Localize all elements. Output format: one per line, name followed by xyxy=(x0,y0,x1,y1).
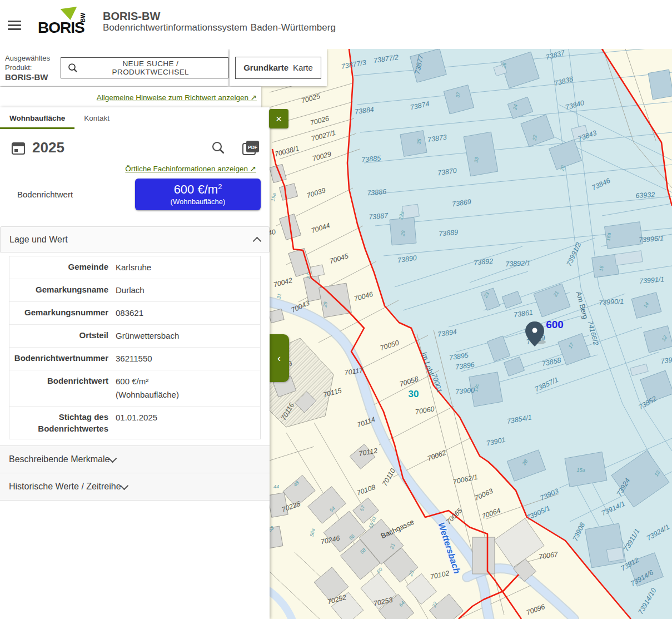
svg-text:PDF: PDF xyxy=(248,144,257,150)
map-label: 600 xyxy=(546,319,564,330)
map-label: 30 xyxy=(409,389,419,399)
page-subtitle-region: Baden-Württemberg xyxy=(251,22,336,33)
row-value: 600 €/m²(Wohnbaufläche) xyxy=(116,375,179,402)
app-header: BORIS BW BORIS-BW Bodenrichtwertinformat… xyxy=(0,0,672,49)
table-row: GemarkungsnameDurlach xyxy=(9,279,260,302)
row-label: Bodenrichtwertnummer xyxy=(9,352,116,365)
map-label: 73990/1 xyxy=(599,298,624,306)
map-label: 15a xyxy=(576,467,585,473)
year-row: 2025 PDF xyxy=(11,139,260,156)
section-beschreibende-merkmale[interactable]: Beschreibende Merkmale xyxy=(0,445,270,473)
row-label: Gemarkungsname xyxy=(9,284,116,297)
magnifier-icon xyxy=(211,141,225,155)
section-title: Beschreibende Merkmale xyxy=(9,454,109,464)
map-label: 44 xyxy=(273,484,279,489)
map-label: 63932 xyxy=(635,191,655,200)
row-value: Durlach xyxy=(116,284,145,297)
row-value: 01.01.2025 xyxy=(116,411,157,434)
table-row: Gemarkungsnummer083621 xyxy=(9,302,260,325)
section-title: Lage und Wert xyxy=(9,235,254,245)
brw-label: Bodenrichtwert xyxy=(17,190,135,199)
logo-word: BORIS xyxy=(38,19,84,37)
general-hints-link[interactable]: Allgemeine Hinweise zum Richtwert anzeig… xyxy=(97,93,257,102)
selected-product-label: Ausgewähltes Produkt: BORIS-BW xyxy=(5,53,56,82)
info-panel: WohnbauflächeKontakt 2025 PDF Örtliche F… xyxy=(0,107,270,619)
tab-kontakt[interactable]: Kontakt xyxy=(74,107,119,129)
tab-wohnbaufläche[interactable]: Wohnbaufläche xyxy=(0,107,74,129)
collapse-panel-handle[interactable]: ‹ xyxy=(269,334,289,382)
map-label: 22 xyxy=(531,135,538,142)
section-title: Historische Werte / Zeitreihe xyxy=(9,482,121,492)
map-label: 26 xyxy=(501,62,507,70)
basemap-card: Grundkarte Karte xyxy=(230,49,327,86)
brw-value-button[interactable]: 600 €/m2 (Wohnbaufläche) xyxy=(135,179,261,210)
map-label: 16 xyxy=(599,265,605,271)
menu-icon[interactable] xyxy=(8,18,21,31)
panel-tabs: WohnbauflächeKontakt xyxy=(0,107,270,129)
calendar-icon xyxy=(11,141,26,155)
map-container[interactable]: 700257002670027/17002970038/170039700407… xyxy=(261,49,672,619)
chevron-up-icon xyxy=(253,237,262,246)
pdf-export-button[interactable]: PDF xyxy=(242,140,260,156)
local-info-link[interactable]: Örtliche Fachinformationen anzeigen ↗ xyxy=(125,164,256,173)
map-label: 16a xyxy=(605,232,611,241)
map-label: 7398 xyxy=(660,355,672,365)
row-label: Ortsteil xyxy=(9,329,116,343)
brw-row: Bodenrichtwert 600 €/m2 (Wohnbaufläche) xyxy=(17,179,261,210)
table-row: Bodenrichtwertnummer36211550 xyxy=(9,348,260,370)
page-subtitle: BodenrichtwertinformationssystemBaden-Wü… xyxy=(103,22,336,33)
pdf-icon: PDF xyxy=(242,140,260,156)
row-value: 36211550 xyxy=(116,352,152,365)
section-lage-und-wert[interactable]: Lage und Wert xyxy=(0,226,270,252)
map[interactable]: 700257002670027/17002970038/170039700407… xyxy=(261,49,672,619)
brw-details-table: GemeindeKarlsruheGemarkungsnameDurlachGe… xyxy=(9,256,261,439)
boris-logo: BORIS BW xyxy=(38,7,88,42)
map-label: 29 xyxy=(400,230,406,237)
row-value: Karlsruhe xyxy=(116,261,151,274)
map-label: 20 xyxy=(559,165,566,172)
basemap-switcher[interactable]: Grundkarte Karte xyxy=(235,57,321,79)
row-label: Gemeinde xyxy=(9,261,116,274)
table-row: OrtsteilGrünwettersbach xyxy=(9,325,260,348)
chevron-down-icon xyxy=(108,454,117,463)
map-label: 24 xyxy=(512,104,519,111)
product-card: Ausgewähltes Produkt: BORIS-BW NEUE SUCH… xyxy=(0,49,228,86)
row-value: 083621 xyxy=(116,306,143,320)
year-value: 2025 xyxy=(32,139,195,156)
row-label: Gemarkungsnummer xyxy=(9,306,116,320)
chevron-left-icon: ‹ xyxy=(277,353,281,364)
search-icon xyxy=(68,63,78,73)
table-row: Bodenrichtwert600 €/m²(Wohnbaufläche) xyxy=(9,370,260,407)
basemap-value: Karte xyxy=(293,63,313,72)
map-label: 73892/1 xyxy=(505,259,531,268)
collapsed-sections: Beschreibende MerkmaleHistorische Werte … xyxy=(0,445,270,501)
close-panel-button[interactable]: × xyxy=(269,109,288,128)
section-historische-werte-zeitreihe[interactable]: Historische Werte / Zeitreihe xyxy=(0,473,270,500)
close-icon: × xyxy=(276,113,282,125)
selected-product-name: BORIS-BW xyxy=(5,72,48,82)
map-label: 29 xyxy=(322,301,328,309)
table-row: GemeindeKarlsruhe xyxy=(9,256,260,279)
zoom-to-button[interactable] xyxy=(211,141,225,155)
logo-bw: BW xyxy=(80,13,86,22)
table-row: Stichtag des Bodenrichtwertes01.01.2025 xyxy=(9,407,260,439)
map-label: 33 xyxy=(473,157,480,164)
map-label: 31 xyxy=(276,293,282,300)
row-value: Grünwettersbach xyxy=(116,329,179,343)
row-label: Bodenrichtwert xyxy=(9,375,116,402)
new-search-button[interactable]: NEUE SUCHE / PRODUKTWECHSEL xyxy=(61,57,228,78)
row-label: Stichtag des Bodenrichtwertes xyxy=(9,411,116,434)
hints-strip: Allgemeine Hinweise zum Richtwert anzeig… xyxy=(0,87,261,107)
basemap-label: Grundkarte xyxy=(243,63,288,72)
page-title: BORIS-BW xyxy=(103,10,160,23)
